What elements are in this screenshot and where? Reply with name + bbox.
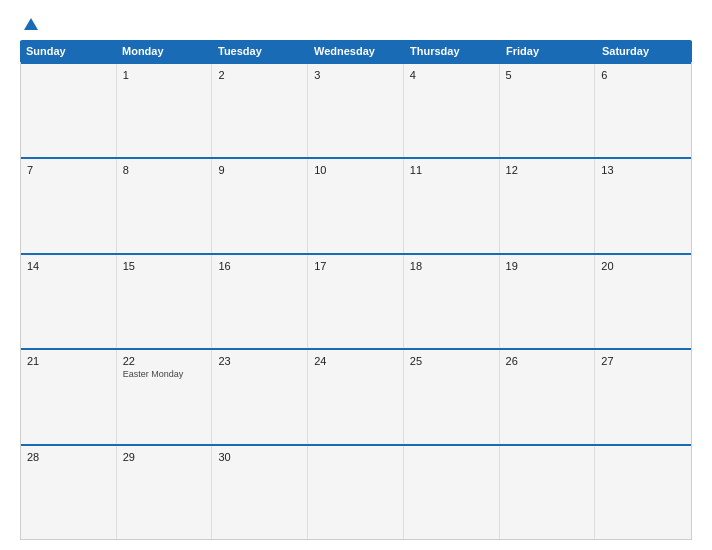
calendar-header-cell: Monday xyxy=(116,40,212,62)
day-number: 7 xyxy=(27,164,110,176)
day-number: 9 xyxy=(218,164,301,176)
holiday-label: Easter Monday xyxy=(123,369,206,379)
calendar-cell: 13 xyxy=(595,159,691,252)
day-number: 8 xyxy=(123,164,206,176)
calendar-cell: 23 xyxy=(212,350,308,443)
calendar-body: 12345678910111213141516171819202122Easte… xyxy=(20,62,692,540)
day-number: 30 xyxy=(218,451,301,463)
calendar-cell: 7 xyxy=(21,159,117,252)
calendar-cell: 14 xyxy=(21,255,117,348)
calendar-cell: 16 xyxy=(212,255,308,348)
calendar-header-cell: Saturday xyxy=(596,40,692,62)
day-number: 17 xyxy=(314,260,397,272)
calendar-cell: 8 xyxy=(117,159,213,252)
calendar-cell: 12 xyxy=(500,159,596,252)
day-number: 10 xyxy=(314,164,397,176)
calendar-cell: 29 xyxy=(117,446,213,539)
calendar-grid: SundayMondayTuesdayWednesdayThursdayFrid… xyxy=(20,40,692,540)
day-number: 1 xyxy=(123,69,206,81)
page-header xyxy=(20,18,692,30)
calendar-header-cell: Friday xyxy=(500,40,596,62)
calendar-cell: 10 xyxy=(308,159,404,252)
calendar-cell: 30 xyxy=(212,446,308,539)
calendar-cell xyxy=(595,446,691,539)
logo xyxy=(20,18,38,30)
calendar-cell: 18 xyxy=(404,255,500,348)
calendar-cell: 24 xyxy=(308,350,404,443)
calendar-week-row: 282930 xyxy=(21,444,691,539)
calendar-cell: 17 xyxy=(308,255,404,348)
calendar-cell xyxy=(500,446,596,539)
calendar-cell: 26 xyxy=(500,350,596,443)
calendar-cell: 25 xyxy=(404,350,500,443)
calendar-week-row: 14151617181920 xyxy=(21,253,691,348)
day-number: 5 xyxy=(506,69,589,81)
day-number: 21 xyxy=(27,355,110,367)
day-number: 19 xyxy=(506,260,589,272)
day-number: 12 xyxy=(506,164,589,176)
day-number: 20 xyxy=(601,260,685,272)
calendar-header-row: SundayMondayTuesdayWednesdayThursdayFrid… xyxy=(20,40,692,62)
day-number: 22 xyxy=(123,355,206,367)
day-number: 11 xyxy=(410,164,493,176)
day-number: 2 xyxy=(218,69,301,81)
logo-triangle-icon xyxy=(24,18,38,30)
calendar-cell: 20 xyxy=(595,255,691,348)
calendar-cell: 28 xyxy=(21,446,117,539)
calendar-cell: 11 xyxy=(404,159,500,252)
calendar-cell xyxy=(308,446,404,539)
day-number: 16 xyxy=(218,260,301,272)
calendar-cell: 3 xyxy=(308,64,404,157)
day-number: 24 xyxy=(314,355,397,367)
day-number: 25 xyxy=(410,355,493,367)
calendar-cell: 27 xyxy=(595,350,691,443)
calendar-header-cell: Tuesday xyxy=(212,40,308,62)
calendar-cell: 2 xyxy=(212,64,308,157)
day-number: 4 xyxy=(410,69,493,81)
calendar-cell: 6 xyxy=(595,64,691,157)
day-number: 14 xyxy=(27,260,110,272)
calendar-cell: 9 xyxy=(212,159,308,252)
calendar-cell: 22Easter Monday xyxy=(117,350,213,443)
calendar-cell xyxy=(21,64,117,157)
day-number: 15 xyxy=(123,260,206,272)
calendar-header-cell: Wednesday xyxy=(308,40,404,62)
calendar-week-row: 78910111213 xyxy=(21,157,691,252)
calendar-week-row: 2122Easter Monday2324252627 xyxy=(21,348,691,443)
day-number: 18 xyxy=(410,260,493,272)
calendar-week-row: 123456 xyxy=(21,62,691,157)
calendar-cell: 15 xyxy=(117,255,213,348)
calendar-cell: 5 xyxy=(500,64,596,157)
day-number: 3 xyxy=(314,69,397,81)
day-number: 28 xyxy=(27,451,110,463)
day-number: 27 xyxy=(601,355,685,367)
calendar-cell: 21 xyxy=(21,350,117,443)
calendar-page: SundayMondayTuesdayWednesdayThursdayFrid… xyxy=(0,0,712,550)
calendar-cell: 1 xyxy=(117,64,213,157)
day-number: 13 xyxy=(601,164,685,176)
day-number: 23 xyxy=(218,355,301,367)
day-number: 26 xyxy=(506,355,589,367)
calendar-cell: 19 xyxy=(500,255,596,348)
day-number: 6 xyxy=(601,69,685,81)
calendar-header-cell: Sunday xyxy=(20,40,116,62)
logo-blue-text xyxy=(20,18,38,30)
calendar-cell: 4 xyxy=(404,64,500,157)
calendar-cell xyxy=(404,446,500,539)
calendar-header-cell: Thursday xyxy=(404,40,500,62)
day-number: 29 xyxy=(123,451,206,463)
